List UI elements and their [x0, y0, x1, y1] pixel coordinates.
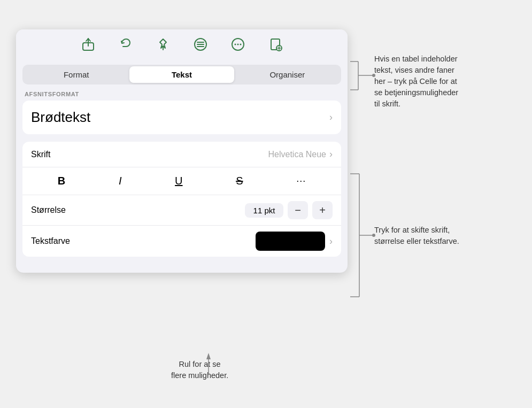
size-increase-button[interactable]: + [312, 201, 333, 219]
size-value[interactable]: 11 pkt [245, 203, 283, 218]
section-label-afsnitsformat: AFSNITSFORMAT [25, 91, 339, 97]
text-color-chevron: › [329, 236, 333, 247]
callout-bottom: Rul for at se flere muligheder. [171, 359, 228, 381]
size-row: Størrelse 11 pkt − + [22, 195, 341, 226]
svg-point-8 [235, 44, 236, 45]
tab-organiser[interactable]: Organiser [235, 66, 340, 83]
format-panel: Format Tekst Organiser AFSNITSFORMAT Brø… [16, 29, 348, 273]
more-style-button[interactable]: ··· [292, 174, 310, 188]
size-decrease-button[interactable]: − [288, 201, 308, 219]
bold-button[interactable]: B [53, 174, 70, 188]
size-row-label: Størrelse [31, 205, 66, 215]
font-style-card: Skrift Helvetica Neue › B I U S ··· Stør… [22, 142, 341, 257]
strikethrough-button[interactable]: S [232, 174, 247, 188]
pin-icon[interactable] [155, 36, 172, 53]
tab-tekst[interactable]: Tekst [129, 66, 234, 83]
format-lines-icon[interactable] [192, 36, 209, 53]
text-color-row[interactable]: Tekstfarve › [22, 226, 341, 257]
more-dots-icon[interactable] [229, 36, 246, 53]
font-row-label: Skrift [31, 150, 50, 159]
paragraph-style-card: Brødtekst › [22, 101, 341, 134]
paragraph-style-label: Brødtekst [31, 109, 90, 126]
panel-content: AFSNITSFORMAT Brødtekst › Skrift Helveti… [16, 91, 348, 273]
svg-point-9 [237, 44, 239, 45]
italic-button[interactable]: I [114, 174, 126, 188]
callout-top: Hvis en tabel indeholder tekst, vises an… [374, 53, 458, 110]
font-row-value: Helvetica Neue › [268, 149, 333, 160]
tab-format[interactable]: Format [24, 66, 128, 83]
text-color-swatch[interactable] [256, 232, 325, 251]
tabs-bar: Format Tekst Organiser [22, 65, 341, 84]
paragraph-style-chevron: › [329, 112, 333, 123]
undo-icon[interactable] [117, 36, 134, 53]
underline-button[interactable]: U [171, 174, 187, 188]
share-icon[interactable] [80, 36, 97, 53]
callout-middle: Tryk for at skifte skrift, størrelse ell… [374, 225, 459, 247]
svg-point-10 [240, 44, 242, 45]
paragraph-style-row[interactable]: Brødtekst › [22, 101, 341, 134]
font-row[interactable]: Skrift Helvetica Neue › [22, 142, 341, 167]
text-color-label: Tekstfarve [31, 236, 70, 246]
bookmark-icon[interactable] [267, 36, 284, 53]
style-buttons-row: B I U S ··· [22, 167, 341, 195]
size-controls: 11 pkt − + [245, 201, 333, 219]
font-chevron: › [329, 149, 333, 160]
toolbar [16, 29, 348, 60]
